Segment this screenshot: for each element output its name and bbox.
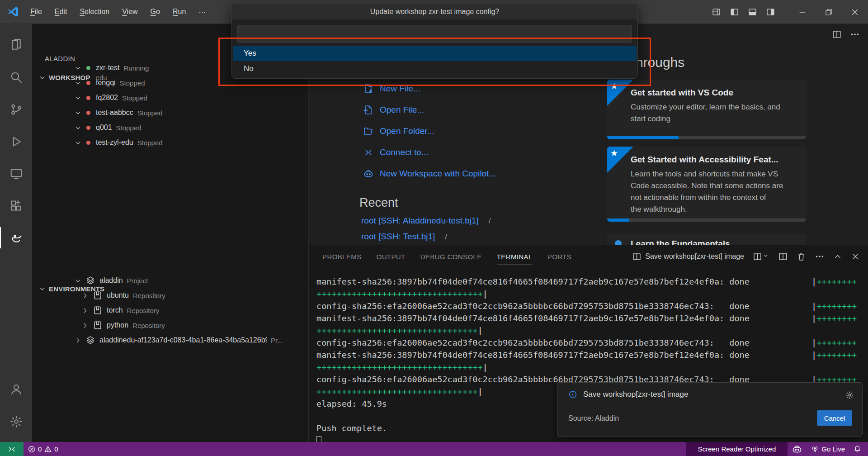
chevron-right-icon	[80, 307, 90, 314]
activity-explorer-icon[interactable]	[0, 29, 32, 61]
chevron-down-icon	[73, 139, 83, 147]
split-terminal-icon[interactable]	[778, 252, 788, 261]
toggle-secondary-sidebar-icon[interactable]	[761, 0, 779, 24]
walkthrough-card[interactable]: ★ Get Started with Accessibility Feat...…	[607, 147, 806, 222]
notifications-bell[interactable]	[849, 442, 868, 456]
activity-source-control-icon[interactable]	[0, 93, 32, 125]
activity-account-icon[interactable]	[0, 373, 32, 405]
workshop-item-test-aabbcc[interactable]: test-aabbcc Stopped	[73, 109, 163, 117]
terminal-line: +++++++++++++++++++++++++++++++++|	[316, 289, 863, 301]
terminal-line: config-sha256:efa26006ae52cad3f0c2ccb962…	[316, 338, 863, 350]
welcome-link-remote-connect[interactable]: Connect to...	[363, 147, 429, 158]
recent-entry[interactable]: root [SSH: Test.bj1] /	[361, 232, 447, 242]
split-editor-icon[interactable]	[832, 29, 842, 39]
menu-file[interactable]: File	[25, 6, 47, 18]
repo-icon	[93, 305, 103, 315]
workshop-item-q001[interactable]: q001 Stopped	[73, 124, 141, 132]
menu-⋯[interactable]: ⋯	[193, 6, 211, 18]
env-item-ubuntu[interactable]: ubuntu Repository	[80, 290, 165, 300]
kill-terminal-icon[interactable]	[797, 252, 806, 261]
terminal-line	[316, 436, 863, 442]
chevron-down-icon	[73, 109, 83, 117]
more-actions-icon[interactable]	[815, 252, 825, 261]
menu-edit[interactable]: Edit	[50, 6, 72, 18]
window-close-icon[interactable]	[842, 0, 868, 24]
terminal-cursor	[316, 436, 321, 442]
env-item-python[interactable]: python Repository	[80, 320, 165, 330]
activity-extensions-icon[interactable]	[0, 190, 32, 222]
screen-reader-status[interactable]: Screen Reader Optimized	[686, 442, 788, 456]
chevron-down-icon	[38, 285, 46, 293]
menu-go[interactable]: Go	[146, 6, 165, 18]
copilot-icon	[792, 444, 802, 455]
panel-tab-terminal[interactable]: TERMINAL	[497, 253, 533, 265]
env-item-torch[interactable]: torch Repository	[80, 305, 159, 315]
problems-status[interactable]: 0 0	[24, 442, 62, 456]
notification-settings-gear-icon[interactable]	[845, 391, 854, 399]
menu-selection[interactable]: Selection	[75, 6, 114, 18]
star-icon: ★	[610, 148, 618, 158]
close-panel-icon[interactable]	[851, 252, 860, 261]
sidebar-aladdin: ALADDIN WORKSHOP edu zxr-test Running fe…	[32, 24, 309, 442]
env-item-aladdin[interactable]: aladdin Project	[73, 276, 148, 285]
open-file-icon	[363, 104, 374, 115]
chevron-down-icon	[73, 124, 83, 132]
notification-toast: Save workshop[zxr-test] image Source: Al…	[557, 382, 863, 437]
quick-pick-title: Update workshop zxr-test image config?	[232, 4, 637, 19]
workshop-item-fq2802[interactable]: fq2802 Stopped	[73, 94, 147, 102]
panel-tab-problems[interactable]: PROBLEMS	[322, 253, 362, 265]
activity-settings-gear-icon[interactable]	[0, 405, 32, 437]
remote-connect-icon	[363, 147, 374, 158]
new-file-icon	[363, 83, 374, 94]
notification-title: Save workshop[zxr-test] image	[583, 390, 688, 399]
broadcast-icon	[811, 445, 819, 453]
walkthrough-card[interactable]: ★ Get started with VS Code Customize you…	[607, 80, 806, 139]
workshop-item-fengqi[interactable]: fengqi Stopped	[73, 79, 145, 87]
terminal-task-label[interactable]: Save workshop[zxr-test] image	[632, 252, 744, 261]
env-item-aladdinedu-af123a7d-c083-4ba1-86ea-34ba5a126b97[interactable]: aladdinedu-af123a7d-c083-4ba1-86ea-34ba5…	[73, 335, 283, 345]
panel-tab-debug-console[interactable]: DEBUG CONSOLE	[420, 253, 482, 265]
launch-profile-icon[interactable]	[753, 252, 769, 261]
status-dot	[86, 81, 90, 85]
activity-search-icon[interactable]	[0, 61, 32, 93]
menu-run[interactable]: Run	[168, 6, 191, 18]
terminal-line: config-sha256:efa26006ae52cad3f0c2ccb962…	[316, 301, 863, 314]
chevron-right-icon	[80, 292, 90, 299]
layout-customize-icon[interactable]	[707, 0, 725, 24]
status-dot	[86, 96, 90, 100]
quick-pick-input[interactable]	[237, 25, 632, 43]
walkthrough-card[interactable]: Learn the Fundamentals	[607, 233, 806, 245]
remote-indicator[interactable]	[0, 442, 24, 456]
panel-tab-ports[interactable]: PORTS	[547, 253, 571, 265]
workshop-item-zxr-test[interactable]: zxr-test Running	[73, 64, 149, 72]
quick-pick-dialog: Update workshop zxr-test image config? Y…	[231, 4, 638, 79]
status-dot	[86, 126, 90, 130]
activity-aladdin-lamp-icon[interactable]	[0, 222, 32, 254]
maximize-panel-icon[interactable]	[833, 252, 842, 261]
welcome-link-copilot[interactable]: New Workspace with Copilot...	[363, 168, 496, 179]
menu-view[interactable]: View	[117, 6, 142, 18]
blue-dot-icon	[615, 240, 622, 245]
status-dot	[86, 66, 90, 70]
panel-tab-output[interactable]: OUTPUT	[377, 253, 406, 265]
quick-pick-option-yes[interactable]: Yes	[233, 46, 637, 61]
workshop-item-test-zyl-edu[interactable]: test-zyl-edu Stopped	[73, 138, 163, 147]
more-actions-icon[interactable]	[850, 29, 860, 39]
layers-icon	[85, 276, 95, 285]
toggle-primary-sidebar-icon[interactable]	[725, 0, 743, 24]
welcome-link-open-file[interactable]: Open File...	[363, 104, 424, 115]
copilot-status[interactable]	[788, 442, 807, 456]
go-live-button[interactable]: Go Live	[807, 442, 849, 456]
activity-remote-explorer-icon[interactable]	[0, 157, 32, 190]
chevron-down-icon	[73, 79, 83, 87]
activity-run-debug-icon[interactable]	[0, 125, 32, 157]
welcome-link-open-folder[interactable]: Open Folder...	[363, 126, 434, 137]
cancel-button[interactable]: Cancel	[817, 410, 852, 426]
quick-pick-option-no[interactable]: No	[233, 61, 637, 76]
recent-entry[interactable]: root [SSH: Aladdinedu-test.bj1] /	[361, 216, 491, 226]
welcome-link-new-file[interactable]: New File...	[363, 83, 420, 94]
window-restore-icon[interactable]	[816, 0, 842, 24]
toggle-panel-icon[interactable]	[743, 0, 761, 24]
window-minimize-icon[interactable]	[789, 0, 816, 24]
copilot-icon	[363, 168, 374, 179]
